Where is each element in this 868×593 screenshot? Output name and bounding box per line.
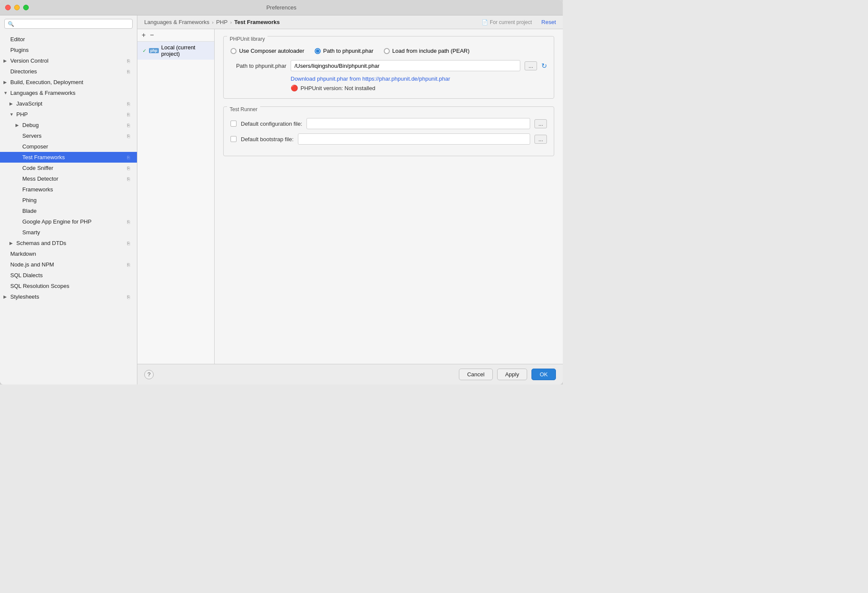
chevron-icon: ▶ <box>9 101 15 106</box>
bootstrap-label: Default bootstrap file: <box>241 136 294 142</box>
breadcrumb-php[interactable]: PHP <box>216 19 228 25</box>
close-button[interactable] <box>5 5 11 10</box>
chevron-icon: ▼ <box>3 91 9 95</box>
copy-icon: ⎘ <box>127 176 130 182</box>
minimize-button[interactable] <box>14 5 20 10</box>
path-label: Path to phpunit.phar <box>231 63 286 69</box>
breadcrumb-sep-1: › <box>212 20 214 25</box>
maximize-button[interactable] <box>23 5 29 10</box>
radio-circle-phar <box>315 48 321 54</box>
traffic-lights <box>5 5 29 10</box>
sidebar-item-schemas-dtds[interactable]: ▶ Schemas and DTDs ⎘ <box>0 238 137 248</box>
sidebar-item-label: Blade <box>22 208 36 214</box>
project-icon: 📄 <box>482 19 488 25</box>
remove-framework-button[interactable]: − <box>150 32 154 39</box>
radio-label-phar: Path to phpunit.phar <box>323 48 373 54</box>
right-area: Languages & Frameworks › PHP › Test Fram… <box>137 15 563 384</box>
search-box[interactable]: 🔍 <box>4 19 133 29</box>
sidebar-item-google-app-engine[interactable]: Google App Engine for PHP ⎘ <box>0 216 137 227</box>
sidebar-item-label: Code Sniffer <box>22 165 53 171</box>
test-runner-content: Default configuration file: ... Default … <box>224 113 554 156</box>
sidebar-item-phing[interactable]: Phing <box>0 195 137 206</box>
config-browse-button[interactable]: ... <box>534 119 547 128</box>
phpunit-library-content: Use Composer autoloader Path to phpunit.… <box>224 42 554 98</box>
sidebar-item-label: Editor <box>10 36 25 42</box>
sidebar-item-sql-resolution[interactable]: SQL Resolution Scopes <box>0 281 137 291</box>
sidebar-item-label: Google App Engine for PHP <box>22 218 91 225</box>
sidebar-item-test-frameworks[interactable]: Test Frameworks ⎘ <box>0 152 137 163</box>
sidebar-item-label: Frameworks <box>22 186 53 193</box>
preferences-window: Preferences 🔍 Editor Plugins <box>0 0 563 384</box>
sidebar-item-label: Composer <box>22 143 48 150</box>
config-input[interactable] <box>307 118 530 129</box>
reset-link[interactable]: Reset <box>541 19 556 25</box>
radio-circle-composer <box>231 48 237 54</box>
sidebar-item-smarty[interactable]: Smarty <box>0 227 137 238</box>
sidebar-item-version-control[interactable]: ▶ Version Control ⎘ <box>0 55 137 66</box>
add-framework-button[interactable]: + <box>142 32 146 39</box>
detail-panel: PHPUnit library Use Composer autoloader <box>215 29 563 364</box>
sidebar-item-label: PHP <box>16 111 28 118</box>
sidebar-item-label: Markdown <box>10 251 36 257</box>
sidebar-item-editor[interactable]: Editor <box>0 34 137 45</box>
chevron-icon: ▶ <box>3 80 9 85</box>
help-button[interactable]: ? <box>144 370 154 379</box>
config-checkbox[interactable] <box>231 121 237 127</box>
ok-button[interactable]: OK <box>531 369 556 380</box>
sidebar-item-sql-dialects[interactable]: SQL Dialects <box>0 270 137 281</box>
sidebar-item-build[interactable]: ▶ Build, Execution, Deployment <box>0 77 137 88</box>
sidebar-item-blade[interactable]: Blade <box>0 206 137 216</box>
bootstrap-input[interactable] <box>298 133 530 145</box>
copy-icon: ⎘ <box>127 219 130 224</box>
sidebar-item-code-sniffer[interactable]: Code Sniffer ⎘ <box>0 163 137 173</box>
radio-include-path[interactable]: Load from include path (PEAR) <box>384 48 470 54</box>
sidebar-item-composer[interactable]: Composer <box>0 141 137 152</box>
sidebar-item-servers[interactable]: Servers ⎘ <box>0 130 137 141</box>
breadcrumb-lang-frameworks[interactable]: Languages & Frameworks <box>144 19 209 25</box>
apply-button[interactable]: Apply <box>497 369 528 380</box>
sidebar-item-directories[interactable]: Directories ⎘ <box>0 66 137 77</box>
window-title: Preferences <box>266 4 296 11</box>
radio-label-composer: Use Composer autoloader <box>239 48 304 54</box>
copy-icon: ⎘ <box>127 155 130 160</box>
bootstrap-checkbox[interactable] <box>231 136 237 142</box>
search-icon: 🔍 <box>8 21 14 27</box>
error-icon: 🔴 <box>291 85 298 91</box>
sidebar-item-nodejs[interactable]: Node.js and NPM ⎘ <box>0 259 137 270</box>
sidebar-item-lang-frameworks[interactable]: ▼ Languages & Frameworks <box>0 88 137 98</box>
sidebar-item-php[interactable]: ▼ PHP ⎘ <box>0 109 137 120</box>
sidebar-item-label: Stylesheets <box>10 293 39 300</box>
radio-row: Use Composer autoloader Path to phpunit.… <box>231 48 547 54</box>
sidebar-item-label: SQL Resolution Scopes <box>10 283 70 289</box>
sidebar: 🔍 Editor Plugins ▶ Version Control <box>0 15 137 384</box>
sidebar-item-debug[interactable]: ▶ Debug ⎘ <box>0 120 137 130</box>
bootstrap-browse-button[interactable]: ... <box>534 135 547 144</box>
sidebar-item-label: Node.js and NPM <box>10 261 54 268</box>
copy-icon: ⎘ <box>127 69 130 74</box>
sidebar-item-label: Build, Execution, Deployment <box>10 79 83 85</box>
sidebar-item-mess-detector[interactable]: Mess Detector ⎘ <box>0 173 137 184</box>
for-current-project-label: For current project <box>490 19 532 25</box>
radio-path-to-phar[interactable]: Path to phpunit.phar <box>315 48 373 54</box>
bottom-bar: ? Cancel Apply OK <box>137 364 563 384</box>
sidebar-item-markdown[interactable]: Markdown <box>0 248 137 259</box>
path-row: Path to phpunit.phar ... ↻ <box>231 60 547 71</box>
browse-button[interactable]: ... <box>525 61 537 70</box>
framework-item[interactable]: ✓ php Local (current project) <box>137 42 214 60</box>
framework-name: Local (current project) <box>161 44 209 57</box>
sidebar-item-plugins[interactable]: Plugins <box>0 45 137 55</box>
copy-icon: ⎘ <box>127 101 130 106</box>
radio-composer-autoloader[interactable]: Use Composer autoloader <box>231 48 304 54</box>
download-link[interactable]: Download phpunit.phar from https://phar.… <box>291 76 547 82</box>
sidebar-item-label: Debug <box>22 122 39 128</box>
sidebar-item-stylesheets[interactable]: ▶ Stylesheets ⎘ <box>0 291 137 302</box>
search-input[interactable] <box>16 21 129 27</box>
refresh-button[interactable]: ↻ <box>541 62 547 70</box>
path-input[interactable] <box>291 60 520 71</box>
frameworks-toolbar: + − <box>137 29 214 42</box>
sidebar-item-frameworks[interactable]: Frameworks <box>0 184 137 195</box>
sidebar-item-javascript[interactable]: ▶ JavaScript ⎘ <box>0 98 137 109</box>
copy-icon: ⎘ <box>127 133 130 139</box>
cancel-button[interactable]: Cancel <box>459 369 492 380</box>
config-file-row: Default configuration file: ... <box>231 118 547 129</box>
